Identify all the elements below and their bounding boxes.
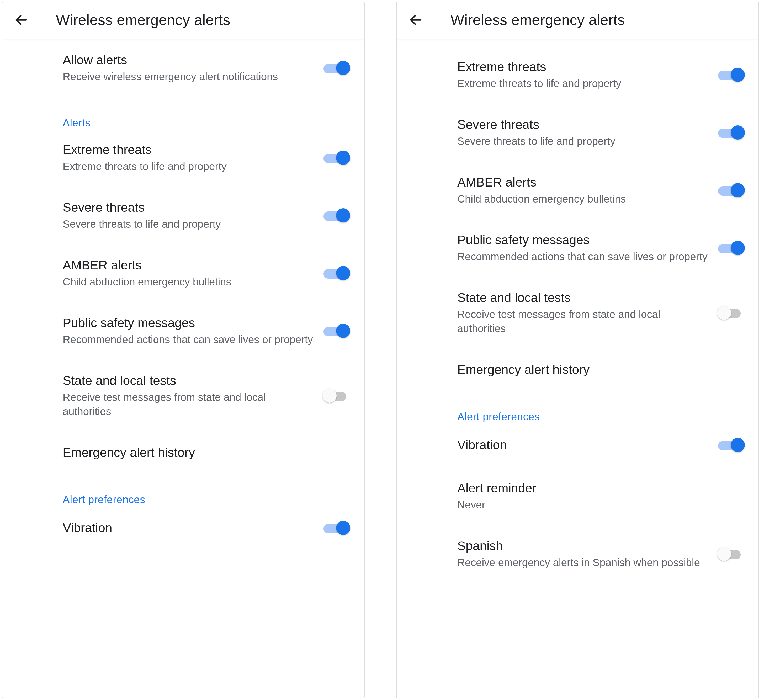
row-subtitle: Receive test messages from state and loc… <box>63 390 315 418</box>
row-title: State and local tests <box>63 373 315 388</box>
toggle-extreme-threats[interactable] <box>717 66 746 84</box>
toggle-severe-threats[interactable] <box>323 206 351 225</box>
toggle-state-local-tests[interactable] <box>323 387 351 405</box>
section-header-preferences: Alert preferences <box>397 391 758 423</box>
row-title: Alert reminder <box>457 481 738 496</box>
back-arrow-icon[interactable] <box>14 13 28 27</box>
row-title: AMBER alerts <box>457 174 709 190</box>
row-emergency-history[interactable]: Emergency alert history <box>2 432 364 474</box>
settings-panel-right: Wireless emergency alerts Extreme threat… <box>396 2 759 698</box>
row-title: Public safety messages <box>63 315 315 331</box>
row-title: Vibration <box>63 520 315 536</box>
row-title: State and local tests <box>457 290 709 306</box>
toggle-vibration[interactable] <box>323 519 351 537</box>
toggle-public-safety[interactable] <box>717 239 746 257</box>
row-subtitle: Severe threats to life and property <box>457 134 709 148</box>
row-alert-reminder[interactable]: Alert reminder Never <box>397 467 758 525</box>
row-subtitle: Receive emergency alerts in Spanish when… <box>457 556 709 570</box>
row-title: AMBER alerts <box>63 257 315 273</box>
toggle-spanish[interactable] <box>717 545 746 563</box>
row-subtitle: Receive wireless emergency alert notific… <box>63 69 315 84</box>
row-title: Spanish <box>457 538 709 554</box>
row-extreme-threats[interactable]: Extreme threats Extreme threats to life … <box>2 129 364 186</box>
toggle-vibration[interactable] <box>717 436 746 454</box>
page-title: Wireless emergency alerts <box>56 11 230 28</box>
section-allow: Allow alerts Receive wireless emergency … <box>2 39 364 97</box>
row-amber-alerts[interactable]: AMBER alerts Child abduction emergency b… <box>2 244 364 302</box>
toggle-amber-alerts[interactable] <box>717 181 746 199</box>
row-title: Allow alerts <box>63 52 315 68</box>
section-header-alerts: Alerts <box>2 97 364 129</box>
row-subtitle: Never <box>457 498 738 512</box>
row-title: Extreme threats <box>63 142 315 158</box>
section-preferences: Alert preferences Vibration Alert remind… <box>397 391 758 583</box>
page-title: Wireless emergency alerts <box>451 11 625 28</box>
row-extreme-threats[interactable]: Extreme threats Extreme threats to life … <box>397 46 758 103</box>
toggle-severe-threats[interactable] <box>717 123 746 142</box>
row-title: Emergency alert history <box>63 445 343 460</box>
row-allow-alerts[interactable]: Allow alerts Receive wireless emergency … <box>2 39 364 97</box>
row-emergency-history[interactable]: Emergency alert history <box>397 349 758 391</box>
row-subtitle: Severe threats to life and property <box>63 217 315 231</box>
row-severe-threats[interactable]: Severe threats Severe threats to life an… <box>397 103 758 161</box>
row-title: Emergency alert history <box>457 362 738 377</box>
toggle-extreme-threats[interactable] <box>323 149 351 167</box>
section-alerts: Alerts Extreme threats Extreme threats t… <box>2 97 364 474</box>
toggle-state-local-tests[interactable] <box>717 304 746 322</box>
row-text: Allow alerts Receive wireless emergency … <box>63 52 323 84</box>
section-alerts-scrolled: Extreme threats Extreme threats to life … <box>397 39 758 391</box>
row-public-safety[interactable]: Public safety messages Recommended actio… <box>397 219 758 277</box>
toggle-public-safety[interactable] <box>323 322 351 340</box>
row-title: Extreme threats <box>457 59 709 75</box>
row-subtitle: Recommended actions that can save lives … <box>63 332 315 347</box>
settings-panel-left: Wireless emergency alerts Allow alerts R… <box>2 2 365 698</box>
row-subtitle: Receive test messages from state and loc… <box>457 307 709 335</box>
row-subtitle: Child abduction emergency bulletins <box>457 192 709 206</box>
row-subtitle: Recommended actions that can save lives … <box>457 249 709 264</box>
row-state-local-tests[interactable]: State and local tests Receive test messa… <box>2 360 364 432</box>
section-preferences: Alert preferences Vibration <box>2 474 364 540</box>
row-subtitle: Extreme threats to life and property <box>63 159 315 174</box>
row-title: Public safety messages <box>457 232 709 248</box>
section-header-preferences: Alert preferences <box>2 474 364 506</box>
header-left: Wireless emergency alerts <box>2 2 364 39</box>
row-public-safety[interactable]: Public safety messages Recommended actio… <box>2 302 364 360</box>
row-title: Severe threats <box>457 117 709 133</box>
row-vibration[interactable]: Vibration <box>397 423 758 467</box>
row-vibration[interactable]: Vibration <box>2 506 364 540</box>
row-state-local-tests[interactable]: State and local tests Receive test messa… <box>397 277 758 349</box>
toggle-allow-alerts[interactable] <box>323 59 351 77</box>
toggle-amber-alerts[interactable] <box>323 264 351 282</box>
row-title: Vibration <box>457 437 709 453</box>
header-right: Wireless emergency alerts <box>397 2 758 39</box>
row-subtitle: Extreme threats to life and property <box>457 76 709 91</box>
row-subtitle: Child abduction emergency bulletins <box>63 275 315 289</box>
back-arrow-icon[interactable] <box>409 13 423 27</box>
row-severe-threats[interactable]: Severe threats Severe threats to life an… <box>2 186 364 244</box>
row-title: Severe threats <box>63 200 315 215</box>
row-amber-alerts[interactable]: AMBER alerts Child abduction emergency b… <box>397 161 758 219</box>
row-spanish[interactable]: Spanish Receive emergency alerts in Span… <box>397 525 758 583</box>
